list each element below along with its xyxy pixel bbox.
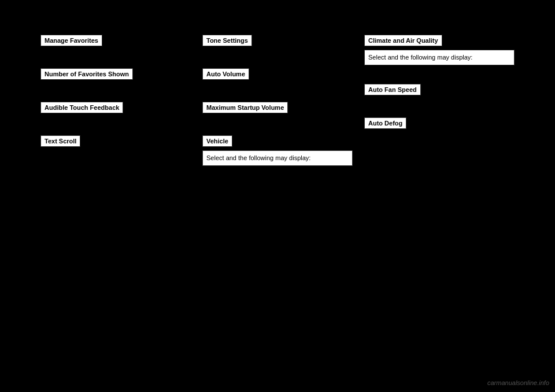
max-startup-volume-block: Maximum Startup Volume — [202, 102, 353, 117]
manage-favorites-label[interactable]: Manage Favorites — [40, 35, 102, 46]
auto-fan-speed-label[interactable]: Auto Fan Speed — [364, 84, 421, 95]
climate-air-quality-block: Climate and Air Quality Select and the f… — [364, 35, 515, 65]
column-1: Manage Favorites Number of Favorites Sho… — [35, 35, 197, 184]
text-scroll-label[interactable]: Text Scroll — [40, 135, 80, 147]
manage-favorites-block: Manage Favorites — [40, 35, 191, 50]
number-of-favorites-block: Number of Favorites Shown — [40, 68, 191, 83]
auto-defog-label[interactable]: Auto Defog — [364, 117, 406, 129]
vehicle-block: Vehicle Select and the following may dis… — [202, 135, 353, 166]
audible-touch-label[interactable]: Audible Touch Feedback — [40, 102, 123, 113]
number-of-favorites-label[interactable]: Number of Favorites Shown — [40, 68, 133, 80]
auto-volume-label[interactable]: Auto Volume — [202, 68, 249, 80]
max-startup-volume-label[interactable]: Maximum Startup Volume — [202, 102, 288, 113]
climate-air-quality-description: Select and the following may display: — [364, 50, 515, 65]
climate-air-quality-label[interactable]: Climate and Air Quality — [364, 35, 442, 46]
columns-wrapper: Manage Favorites Number of Favorites Sho… — [35, 35, 520, 184]
auto-volume-block: Auto Volume — [202, 68, 353, 83]
content-area: Manage Favorites Number of Favorites Sho… — [35, 35, 520, 357]
column-3: Climate and Air Quality Select and the f… — [358, 35, 520, 184]
text-scroll-block: Text Scroll — [40, 135, 191, 150]
watermark: carmanualsonline.info — [487, 379, 549, 386]
auto-defog-block: Auto Defog — [364, 117, 515, 132]
column-2: Tone Settings Auto Volume Maximum Startu… — [197, 35, 358, 184]
vehicle-description: Select and the following may display: — [202, 150, 353, 166]
tone-settings-block: Tone Settings — [202, 35, 353, 50]
audible-touch-block: Audible Touch Feedback — [40, 102, 191, 117]
vehicle-label[interactable]: Vehicle — [202, 135, 232, 147]
tone-settings-label[interactable]: Tone Settings — [202, 35, 252, 46]
auto-fan-speed-block: Auto Fan Speed — [364, 84, 515, 99]
